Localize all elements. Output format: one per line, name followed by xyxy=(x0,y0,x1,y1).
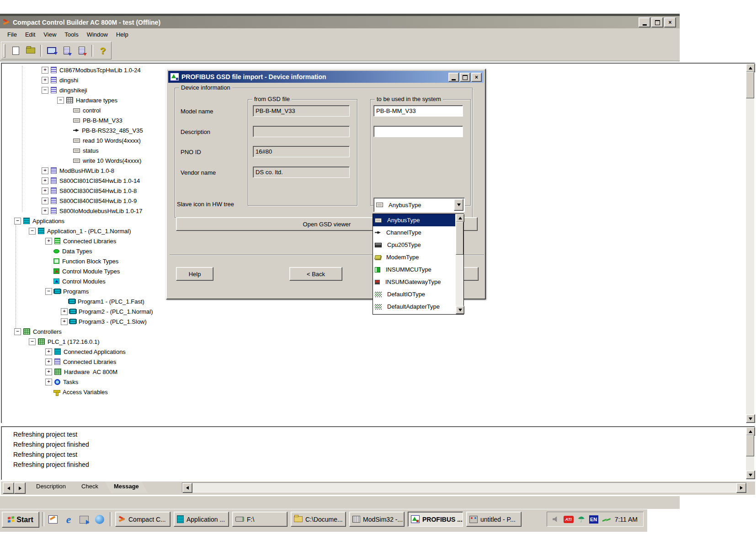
scroll-right-button[interactable] xyxy=(736,483,746,493)
menu-window[interactable]: Window xyxy=(83,30,112,39)
menu-edit[interactable]: Edit xyxy=(21,30,39,39)
minimize-button[interactable] xyxy=(639,17,650,27)
language-indicator[interactable]: EN xyxy=(589,515,598,524)
menu-help[interactable]: Help xyxy=(112,30,132,39)
expand-icon[interactable] xyxy=(61,308,68,315)
expand-icon[interactable] xyxy=(42,167,48,174)
task-drive-f[interactable]: F:\ xyxy=(232,512,287,527)
dropdown-item[interactable]: ModemType xyxy=(373,251,455,263)
collapse-icon[interactable] xyxy=(29,338,36,345)
dropdown-item[interactable]: INSUMGatewayType xyxy=(373,276,455,288)
dropdown-scrollbar[interactable] xyxy=(456,214,463,314)
volume-icon[interactable] xyxy=(553,516,559,523)
dropdown-item[interactable]: Cpu205Type xyxy=(373,239,455,251)
task-untitled-paint[interactable]: untitled - P... xyxy=(466,512,522,527)
expand-icon[interactable] xyxy=(45,379,52,385)
slave-icon-combobox[interactable]: AnybusType xyxy=(373,198,465,212)
scroll-down-button[interactable] xyxy=(456,306,464,314)
task-application[interactable]: Application ... xyxy=(174,512,229,527)
output-horizontal-scrollbar[interactable] xyxy=(182,482,747,492)
model-name-input[interactable]: PB-B-MM_V33 xyxy=(373,105,463,117)
scrollbar-thumb[interactable] xyxy=(746,72,754,98)
dropdown-item[interactable]: DefaultAdapterType xyxy=(373,300,455,313)
expand-icon[interactable] xyxy=(42,77,48,84)
menu-tools[interactable]: Tools xyxy=(61,30,82,39)
expand-icon[interactable] xyxy=(42,208,48,214)
network-icon[interactable] xyxy=(602,516,611,522)
tab-scroll-right-button[interactable] xyxy=(14,482,26,494)
new-document-button[interactable] xyxy=(9,44,22,58)
collapse-icon[interactable] xyxy=(42,87,48,94)
restore-button[interactable] xyxy=(651,17,663,27)
tab-description[interactable]: Description xyxy=(26,481,76,493)
download-to-controller-button[interactable] xyxy=(45,44,59,58)
scroll-up-button[interactable] xyxy=(746,64,755,72)
umbrella-icon[interactable] xyxy=(578,516,585,523)
task-compact-control[interactable]: Compact C... xyxy=(115,512,170,527)
help-button-dialog[interactable]: Help xyxy=(176,267,213,281)
expand-icon[interactable] xyxy=(42,177,48,184)
dropdown-item[interactable]: AnybusType xyxy=(373,214,455,226)
menu-view[interactable]: View xyxy=(40,30,60,39)
scroll-up-button[interactable] xyxy=(456,214,464,222)
tab-scroll-left-button[interactable] xyxy=(3,482,14,494)
tree-item[interactable]: Connected Libraries xyxy=(3,357,735,367)
expand-icon[interactable] xyxy=(42,198,48,204)
quicklaunch-viewer-button[interactable] xyxy=(47,513,59,526)
collapse-icon[interactable] xyxy=(14,328,21,335)
ati-icon[interactable] xyxy=(564,516,574,523)
tree-item[interactable]: Access Variables xyxy=(3,387,735,397)
expand-icon[interactable] xyxy=(45,369,52,375)
expand-icon[interactable] xyxy=(42,187,48,194)
workspace-vertical-scrollbar[interactable] xyxy=(746,64,754,423)
tree-item[interactable]: Program3 - (PLC_1.Slow) xyxy=(3,316,735,326)
tree-item[interactable]: Controllers xyxy=(3,326,735,337)
tree-item[interactable]: Connected Applications xyxy=(3,347,735,357)
dropdown-item[interactable]: DefaultIOType xyxy=(373,288,455,300)
scrollbar-thumb[interactable] xyxy=(746,435,754,456)
task-modsim32[interactable]: ModSim32 -... xyxy=(349,512,405,527)
menu-file[interactable]: File xyxy=(4,30,21,39)
scroll-left-button[interactable] xyxy=(182,483,192,493)
collapse-icon[interactable] xyxy=(14,218,21,225)
expand-icon[interactable] xyxy=(45,348,52,355)
tree-item[interactable]: PLC_1 (172.16.0.1) xyxy=(3,337,735,347)
collapse-icon[interactable] xyxy=(57,97,64,104)
help-button[interactable] xyxy=(96,44,110,58)
start-button[interactable]: Start xyxy=(2,512,39,528)
task-profibus-active[interactable]: PROFIBUS ... xyxy=(408,512,463,527)
close-button[interactable]: × xyxy=(664,17,676,27)
dropdown-item[interactable]: INSUMMCUType xyxy=(373,263,455,276)
combo-drop-button[interactable] xyxy=(454,199,463,211)
collapse-icon[interactable] xyxy=(29,228,36,235)
task-documents-folder[interactable]: C:\Docume... xyxy=(291,512,346,527)
dialog-minimize-button[interactable] xyxy=(448,73,459,82)
expand-icon[interactable] xyxy=(42,67,48,74)
expand-icon[interactable] xyxy=(45,238,52,245)
document-download-button[interactable] xyxy=(60,44,74,58)
expand-icon[interactable] xyxy=(61,318,68,325)
document-download-red-button[interactable] xyxy=(75,44,89,58)
tree-item[interactable]: Tasks xyxy=(3,377,735,387)
dialog-maximize-button[interactable] xyxy=(460,73,470,82)
tree-item[interactable]: Hardware AC 800M xyxy=(3,367,735,377)
tree-item[interactable]: Program2 - (PLC_1.Normal) xyxy=(3,306,735,316)
quicklaunch-media-button[interactable] xyxy=(93,513,106,526)
open-project-button[interactable] xyxy=(24,44,37,58)
scroll-up-button[interactable] xyxy=(746,427,755,436)
collapse-icon[interactable] xyxy=(45,288,52,295)
expand-icon[interactable] xyxy=(45,358,52,365)
scrollbar-thumb[interactable] xyxy=(456,222,463,255)
tab-message[interactable]: Message xyxy=(104,481,149,493)
tab-check[interactable]: Check xyxy=(71,481,108,493)
toolbar-grip[interactable] xyxy=(3,44,5,58)
back-button[interactable]: < Back xyxy=(289,267,342,281)
quicklaunch-show-desktop-button[interactable] xyxy=(78,513,91,526)
dialog-close-button[interactable]: × xyxy=(471,73,482,82)
scroll-down-button[interactable] xyxy=(746,470,755,479)
scroll-down-button[interactable] xyxy=(746,414,755,423)
dropdown-item[interactable]: ChannelType xyxy=(373,226,455,239)
description-input[interactable] xyxy=(373,126,463,137)
quicklaunch-ie-button[interactable] xyxy=(62,513,75,526)
output-vertical-scrollbar[interactable] xyxy=(746,427,754,479)
